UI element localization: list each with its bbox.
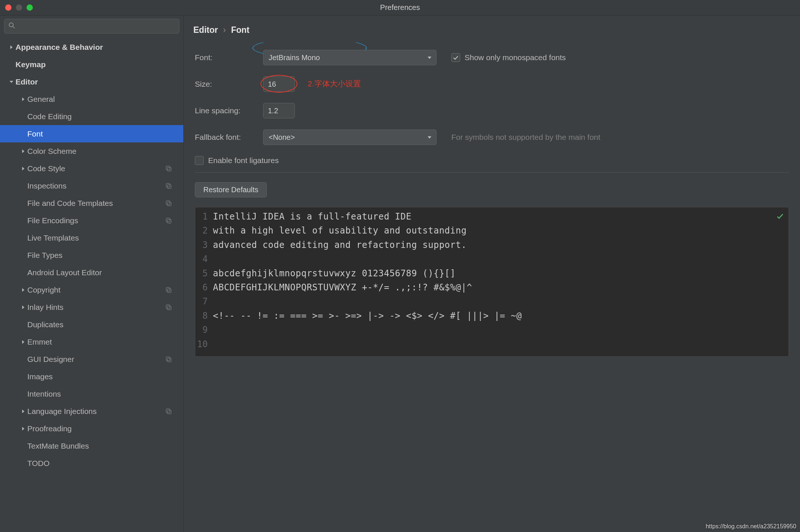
preview-line: 10 — [195, 337, 789, 351]
checkbox-icon[interactable] — [451, 53, 460, 62]
chevron-right-icon — [19, 166, 27, 171]
preview-line: 5abcdefghijklmnopqrstuvwxyz 0123456789 (… — [195, 266, 789, 280]
chevron-right-icon — [19, 305, 27, 310]
sidebar-item-font[interactable]: Font — [0, 125, 183, 142]
sidebar-item-live-templates[interactable]: Live Templates — [0, 229, 183, 246]
chevron-down-icon — [7, 80, 15, 84]
sidebar-item-label: Images — [27, 372, 53, 381]
sidebar-item-gui-designer[interactable]: GUI Designer — [0, 350, 183, 368]
window-controls — [5, 4, 33, 11]
preview-text: abcdefghijklmnopqrstuvwxyz 0123456789 ()… — [213, 266, 456, 280]
chevron-right-icon — [19, 409, 27, 414]
sidebar-item-color-scheme[interactable]: Color Scheme — [0, 142, 183, 160]
copy-settings-icon[interactable] — [165, 200, 172, 207]
line-number: 5 — [195, 266, 213, 280]
settings-main: Editor › Font 1.主题样式 Font: JetBrains Mon… — [184, 15, 800, 532]
chevron-right-icon — [19, 288, 27, 292]
size-input[interactable]: 16 — [263, 76, 295, 92]
svg-rect-6 — [168, 202, 171, 205]
copy-settings-icon[interactable] — [165, 165, 172, 172]
ligatures-label: Enable font ligatures — [208, 156, 279, 165]
copy-settings-icon[interactable] — [165, 217, 172, 224]
sidebar-item-android-layout-editor[interactable]: Android Layout Editor — [0, 264, 183, 281]
fallback-value: <None> — [269, 133, 295, 142]
preview-line: 7 — [195, 294, 789, 308]
sidebar-item-label: Font — [27, 129, 43, 138]
sidebar-item-label: Editor — [15, 77, 38, 86]
sidebar-item-file-types[interactable]: File Types — [0, 246, 183, 264]
line-number: 10 — [195, 337, 213, 351]
sidebar-item-label: Duplicates — [27, 320, 63, 329]
line-number: 4 — [195, 252, 213, 266]
sidebar-item-label: Emmet — [27, 338, 52, 346]
svg-rect-8 — [168, 219, 171, 223]
checkbox-icon[interactable] — [195, 156, 204, 165]
sidebar-item-inspections[interactable]: Inspections — [0, 177, 183, 194]
sidebar-item-label: TODO — [27, 459, 49, 468]
linespacing-input[interactable]: 1.2 — [263, 103, 295, 118]
ligatures-check[interactable]: Enable font ligatures — [195, 156, 279, 165]
chevron-right-icon: › — [223, 25, 226, 35]
line-number: 3 — [195, 238, 213, 252]
close-window-button[interactable] — [5, 4, 11, 11]
sidebar-item-code-style[interactable]: Code Style — [0, 160, 183, 177]
search-input[interactable] — [18, 22, 175, 30]
sidebar-item-editor[interactable]: Editor — [0, 73, 183, 90]
sidebar-item-keymap[interactable]: Keymap — [0, 56, 183, 73]
sidebar-item-images[interactable]: Images — [0, 368, 183, 385]
search-icon — [8, 22, 15, 31]
row-fallback: Fallback font: <None> For symbols not su… — [195, 129, 789, 145]
sidebar-item-file-encodings[interactable]: File Encodings — [0, 212, 183, 229]
sidebar-item-textmate-bundles[interactable]: TextMate Bundles — [0, 437, 183, 455]
preview-line: 8<!-- -- != := === >= >- >=> |-> -> <$> … — [195, 309, 789, 323]
preview-text: IntelliJ IDEA is a full-featured IDE — [213, 210, 411, 224]
sidebar-item-todo[interactable]: TODO — [0, 455, 183, 472]
fallback-select[interactable]: <None> — [263, 129, 437, 145]
sidebar-item-label: Code Editing — [27, 112, 72, 121]
sidebar-item-inlay-hints[interactable]: Inlay Hints — [0, 298, 183, 316]
copy-settings-icon[interactable] — [165, 286, 172, 294]
chevron-right-icon — [19, 97, 27, 101]
linespacing-value: 1.2 — [268, 107, 278, 115]
svg-rect-10 — [168, 289, 171, 292]
sidebar-item-proofreading[interactable]: Proofreading — [0, 420, 183, 437]
sidebar-item-label: Copyright — [27, 286, 61, 294]
copy-settings-icon[interactable] — [165, 356, 172, 363]
sidebar-item-label: Language Injections — [27, 407, 97, 416]
label-size: Size: — [195, 80, 263, 89]
preview-line: 9 — [195, 323, 789, 337]
copy-settings-icon[interactable] — [165, 182, 172, 190]
font-select[interactable]: JetBrains Mono — [263, 50, 437, 65]
breadcrumb-root[interactable]: Editor — [193, 25, 218, 35]
copy-settings-icon[interactable] — [165, 304, 172, 311]
settings-search[interactable] — [4, 19, 179, 34]
sidebar-item-copyright[interactable]: Copyright — [0, 281, 183, 298]
svg-rect-11 — [166, 287, 170, 291]
chevron-right-icon — [7, 45, 15, 49]
settings-tree[interactable]: Appearance & BehaviorKeymapEditorGeneral… — [0, 36, 183, 532]
sidebar-item-general[interactable]: General — [0, 90, 183, 108]
sidebar-item-language-injections[interactable]: Language Injections — [0, 403, 183, 420]
sidebar-item-emmet[interactable]: Emmet — [0, 333, 183, 350]
sidebar-item-duplicates[interactable]: Duplicates — [0, 316, 183, 333]
chevron-right-icon — [19, 426, 27, 431]
copy-settings-icon[interactable] — [165, 408, 172, 415]
svg-rect-7 — [166, 201, 170, 204]
sidebar-item-appearance-behavior[interactable]: Appearance & Behavior — [0, 38, 183, 56]
monospaced-check[interactable]: Show only monospaced fonts — [451, 53, 566, 62]
zoom-window-button[interactable] — [27, 4, 33, 11]
fallback-hint: For symbols not supported by the main fo… — [451, 133, 600, 142]
preview-line: 2with a high level of usability and outs… — [195, 224, 789, 238]
sidebar-item-label: Appearance & Behavior — [15, 43, 103, 52]
sidebar-item-code-editing[interactable]: Code Editing — [0, 108, 183, 125]
annotation-size: 2.字体大小设置 — [308, 79, 361, 89]
line-number: 8 — [195, 309, 213, 323]
preview-text: ABCDEFGHIJKLMNOPQRSTUVWXYZ +-*/= .,;:!? … — [213, 280, 472, 294]
sidebar-item-intentions[interactable]: Intentions — [0, 385, 183, 403]
sidebar-item-label: Inlay Hints — [27, 303, 63, 312]
sidebar-item-file-and-code-templates[interactable]: File and Code Templates — [0, 194, 183, 212]
sidebar-item-label: TextMate Bundles — [27, 442, 89, 450]
restore-defaults-button[interactable]: Restore Defaults — [195, 182, 267, 197]
minimize-window-button[interactable] — [16, 4, 22, 11]
preview-line: 1IntelliJ IDEA is a full-featured IDE — [195, 210, 789, 224]
